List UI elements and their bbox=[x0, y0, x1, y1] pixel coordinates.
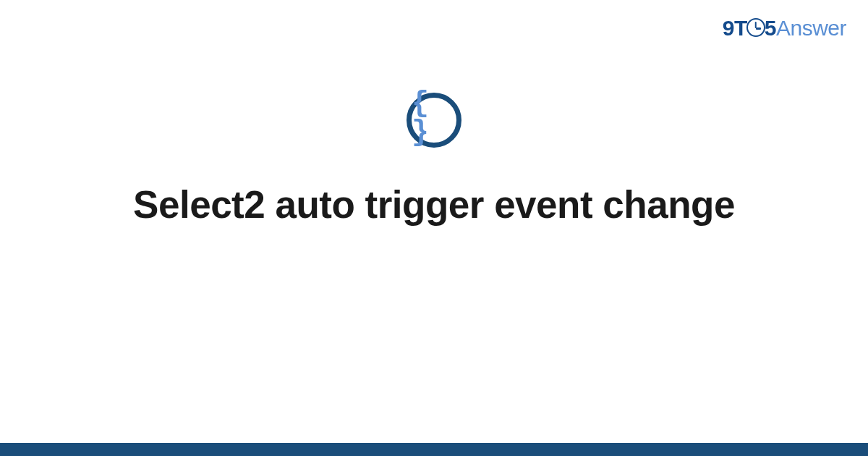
page-title: Select2 auto trigger event change bbox=[133, 182, 735, 227]
bottom-accent-bar bbox=[0, 443, 868, 456]
code-braces-symbol: { } bbox=[412, 90, 456, 148]
code-braces-icon: { } bbox=[407, 93, 461, 148]
main-content: { } Select2 auto trigger event change bbox=[0, 0, 868, 456]
